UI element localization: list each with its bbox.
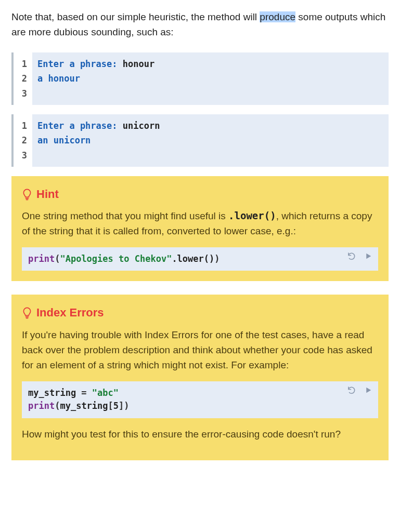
token-string: "Apologies to Chekov" xyxy=(60,254,172,264)
lightbulb-icon xyxy=(22,188,32,201)
code-actions xyxy=(347,251,373,261)
code-actions xyxy=(347,385,373,395)
code-line-empty xyxy=(37,148,383,162)
intro-before: Note that, based on our simple heuristic… xyxy=(11,11,260,22)
lightbulb-icon xyxy=(22,306,32,320)
prompt-label: Enter a phrase: xyxy=(37,121,123,131)
code-snippet: print("Apologies to Chekov".lower()) xyxy=(22,247,378,271)
example-block-1: 1 2 3 Enter a phrase: honour a honour xyxy=(11,52,389,105)
prompt-label: Enter a phrase: xyxy=(37,59,123,69)
hint-after-text: How might you test for this to ensure th… xyxy=(22,427,378,442)
line-number: 1 xyxy=(14,57,32,71)
code-line: a honour xyxy=(37,71,383,86)
token-number: 5 xyxy=(113,401,119,411)
gutter: 1 2 3 xyxy=(14,114,32,167)
code-line: my_string = "abc" xyxy=(28,387,372,400)
reset-icon[interactable] xyxy=(347,385,356,395)
line-number: 2 xyxy=(14,71,32,86)
line-number: 3 xyxy=(14,86,32,101)
hint-box-index-errors: Index Errors If you're having trouble wi… xyxy=(11,295,389,460)
code-body: Enter a phrase: unicorn an unicorn xyxy=(32,114,389,167)
code-snippet: my_string = "abc" print(my_string[5]) xyxy=(22,381,378,418)
token-var: my_string xyxy=(60,401,108,411)
user-input: honour xyxy=(123,59,154,69)
line-number: 2 xyxy=(14,133,32,148)
play-icon[interactable] xyxy=(364,251,373,261)
hint-text: One string method that you might find us… xyxy=(22,208,378,239)
reset-icon[interactable] xyxy=(347,251,356,261)
code-line: Enter a phrase: honour xyxy=(37,57,383,71)
inline-code: .lower() xyxy=(228,210,276,221)
play-icon[interactable] xyxy=(364,385,373,395)
token-var: my_string xyxy=(28,388,76,398)
token-bracket: ] xyxy=(119,401,124,411)
line-number: 1 xyxy=(14,118,32,133)
code-line: Enter a phrase: unicorn xyxy=(37,118,383,133)
output-text: an unicorn xyxy=(37,135,91,145)
code-line-empty xyxy=(37,86,383,100)
hint-header: Index Errors xyxy=(22,304,378,322)
token-method: .lower() xyxy=(172,254,214,264)
output-text: a honour xyxy=(37,73,80,84)
token-function: print xyxy=(28,401,55,411)
hint-header: Hint xyxy=(22,185,378,203)
code-line: print("Apologies to Chekov".lower()) xyxy=(28,252,372,266)
gutter: 1 2 3 xyxy=(14,52,32,105)
token-bracket: [ xyxy=(108,401,113,411)
code-body: Enter a phrase: honour a honour xyxy=(32,52,389,105)
line-number: 3 xyxy=(14,148,32,163)
example-block-2: 1 2 3 Enter a phrase: unicorn an unicorn xyxy=(11,114,389,167)
intro-paragraph: Note that, based on our simple heuristic… xyxy=(11,9,389,40)
token-string: "abc" xyxy=(92,388,119,398)
hint-box-hint: Hint One string method that you might fi… xyxy=(11,176,389,281)
hint-text-before: One string method that you might find us… xyxy=(22,210,228,221)
hint-text: If you're having trouble with Index Erro… xyxy=(22,327,378,373)
hint-title: Hint xyxy=(36,185,59,203)
token-function: print xyxy=(28,254,55,264)
token-eq: = xyxy=(76,388,92,398)
code-line: print(my_string[5]) xyxy=(28,400,372,413)
code-line: an unicorn xyxy=(37,133,383,148)
hint-title: Index Errors xyxy=(36,304,104,322)
user-input: unicorn xyxy=(123,121,160,131)
intro-highlight: produce xyxy=(260,11,295,22)
